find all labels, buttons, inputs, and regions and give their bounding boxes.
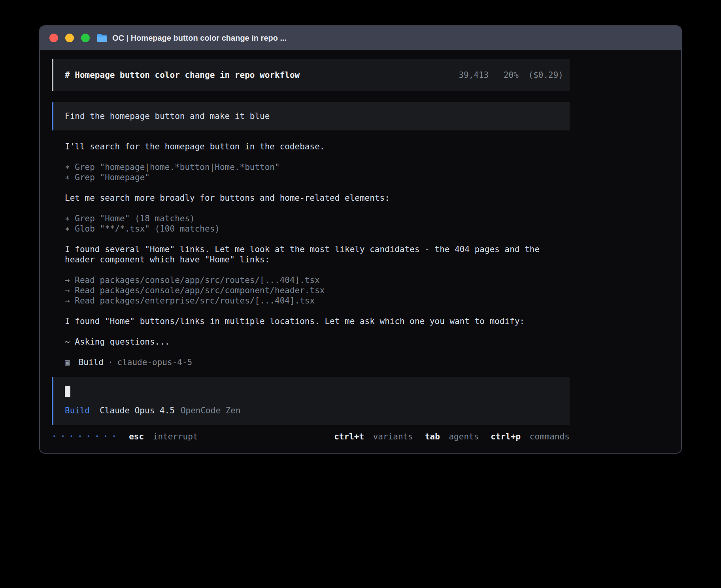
tool-call: → Read packages/enterprise/src/routes/[.… [65,296,570,306]
traffic-lights [49,34,90,42]
agents-key: tab [425,432,440,441]
activity-status: ~ Asking questions... [65,337,570,347]
tool-call: → Read packages/console/app/src/routes/[… [65,275,570,285]
assistant-text: Let me search more broadly for buttons a… [65,193,570,203]
titlebar[interactable]: OC | Homepage button color change in rep… [40,26,681,50]
assistant-text: I found "Home" buttons/links in multiple… [65,316,570,326]
session-header: # Homepage button color change in repo w… [52,59,570,91]
token-count: 39,413 [459,70,489,80]
agent-model: claude-opus-4-5 [117,357,193,368]
tool-call-group: → Read packages/console/app/src/routes/[… [65,275,570,306]
text-cursor [65,386,70,397]
esc-key: esc [129,432,144,441]
spinner-dots: ········ [52,432,120,442]
footer-left: ········ esc interrupt [52,432,198,442]
mode-label: Build [65,405,90,416]
prompt-input[interactable]: Build Claude Opus 4.5 OpenCode Zen [52,377,570,425]
tool-call-group: ∗ Grep "Home" (18 matches) ∗ Glob "**/*.… [65,213,570,234]
folder-icon [97,34,108,42]
tool-call: → Read packages/console/app/src/componen… [65,285,570,296]
tool-call: ∗ Grep "Homepage" [65,172,570,183]
commands-key: ctrl+p [491,432,521,441]
model-label: Claude Opus 4.5 [100,405,175,416]
zoom-button[interactable] [81,34,90,42]
agents-label: agents [449,432,479,441]
footer-right: ctrl+t variants tab agents ctrl+p comman… [322,432,570,442]
user-message: Find the homepage button and make it blu… [52,102,570,130]
session-cost: ($0.29) [528,70,563,80]
transcript[interactable]: I'll search for the homepage button in t… [65,141,570,368]
window-title: OC | Homepage button color change in rep… [112,34,287,43]
commands-hint: ctrl+p commands [491,432,570,442]
user-message-text: Find the homepage button and make it blu… [65,111,270,121]
agent-mode-icon: ▣ [65,357,70,368]
commands-label: commands [530,432,570,441]
agent-status: ▣ Build · claude-opus-4-5 [65,357,570,368]
status-footer: ········ esc interrupt ctrl+t variants t… [52,432,570,442]
agent-separator: · [108,357,113,368]
tui-content: # Homepage button color change in repo w… [52,59,570,442]
assistant-text: I'll search for the homepage button in t… [65,141,570,152]
variants-key: ctrl+t [334,432,364,441]
terminal-window: OC | Homepage button color change in rep… [39,25,682,454]
minimize-button[interactable] [65,34,74,42]
assistant-text: I found several "Home" links. Let me loo… [65,244,570,265]
provider-label: OpenCode Zen [181,405,241,416]
agents-hint: tab agents [425,432,479,442]
interrupt-hint: esc interrupt [129,432,198,442]
variants-label: variants [373,432,413,441]
interrupt-label: interrupt [153,432,198,441]
close-button[interactable] [49,34,58,42]
tool-call-group: ∗ Grep "homepage|home.*button|Home.*butt… [65,162,570,183]
context-percent: 20% [504,70,519,80]
agent-name: Build [79,357,104,368]
tool-call: ∗ Grep "homepage|home.*button|Home.*butt… [65,162,570,172]
tool-call: ∗ Grep "Home" (18 matches) [65,213,570,224]
session-title: # Homepage button color change in repo w… [65,70,300,80]
input-meta: Build Claude Opus 4.5 OpenCode Zen [65,405,558,416]
variants-hint: ctrl+t variants [334,432,413,442]
session-stats: 39,413 20% ($0.29) [459,70,563,80]
tool-call: ∗ Glob "**/*.tsx" (100 matches) [65,224,570,234]
